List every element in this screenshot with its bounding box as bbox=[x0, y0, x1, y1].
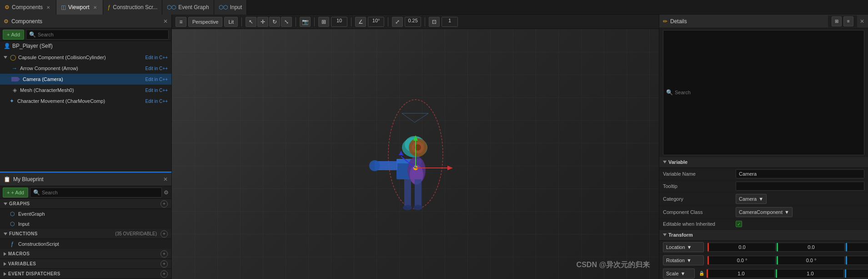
variable-section-header[interactable]: Variable bbox=[659, 157, 868, 168]
add-component-button[interactable]: + Add bbox=[3, 30, 24, 40]
unknown-field[interactable]: 1 bbox=[442, 17, 458, 27]
scale-z[interactable] bbox=[845, 269, 868, 278]
movement-edit-link[interactable]: Edit in C++ bbox=[146, 99, 168, 104]
components-search-box[interactable]: 🔍 bbox=[26, 30, 169, 40]
viewport-menu-button[interactable]: ≡ bbox=[176, 17, 186, 27]
my-blueprint-close[interactable]: ✕ bbox=[163, 176, 168, 183]
component-class-value: CameraComponent ▼ bbox=[736, 207, 864, 217]
lit-button[interactable]: Lit bbox=[224, 17, 238, 27]
location-dropdown[interactable]: Location ▼ bbox=[663, 242, 704, 252]
my-bp-settings-icon[interactable]: ⚙ bbox=[164, 189, 169, 196]
graphs-label: GRAPHS bbox=[9, 201, 159, 206]
functions-section-header[interactable]: FUNCTIONS (35 OVERRIDABLE) + bbox=[0, 229, 171, 239]
editable-row: Editable when Inherited ✓ bbox=[659, 219, 868, 230]
tab-components-close[interactable]: ✕ bbox=[45, 4, 51, 10]
grid-toggle[interactable]: ⊞ bbox=[318, 17, 329, 27]
graphs-add-button[interactable]: + bbox=[161, 200, 168, 208]
details-header: ✏ Details ⊞ ≡ ✕ bbox=[659, 15, 868, 28]
macros-add-button[interactable]: + bbox=[161, 250, 168, 258]
vp-separator-5 bbox=[388, 17, 388, 26]
bp-item-event-graph[interactable]: ⬡ EventGraph bbox=[0, 209, 171, 219]
add-bp-button[interactable]: + + Add bbox=[3, 188, 28, 198]
bp-item-construction[interactable]: ƒ ConstructionScript bbox=[0, 239, 171, 249]
components-close[interactable]: ✕ bbox=[163, 18, 168, 25]
my-bp-search-input[interactable] bbox=[42, 190, 159, 195]
details-close[interactable]: ✕ bbox=[860, 18, 864, 25]
mesh-name: Mesh (CharacterMesh0) bbox=[20, 87, 144, 93]
variables-add-button[interactable]: + bbox=[161, 260, 168, 268]
viewport-area: ≡ Perspective Lit ↖ ✛ ↻ ⤡ 📷 ⊞ 10 ∠ 10° bbox=[172, 15, 659, 279]
camera-speed-icon[interactable]: 📷 bbox=[300, 17, 311, 27]
component-item-movement[interactable]: ✦ Character Movement (CharMoveComp) Edit… bbox=[0, 96, 171, 107]
scale-snap-icon[interactable]: ⤢ bbox=[392, 17, 403, 27]
variable-section-title: Variable bbox=[668, 159, 687, 165]
tab-viewport-close[interactable]: ✕ bbox=[92, 4, 98, 10]
rotation-dropdown[interactable]: Rotation ▼ bbox=[663, 255, 704, 265]
rotation-x[interactable] bbox=[707, 256, 776, 265]
arrow-icon: → bbox=[11, 65, 18, 72]
editable-value: ✓ bbox=[736, 221, 864, 227]
location-x[interactable] bbox=[707, 243, 776, 252]
location-y[interactable] bbox=[777, 243, 845, 252]
mesh-edit-link[interactable]: Edit in C++ bbox=[146, 88, 168, 93]
scale-snap-field[interactable]: 0.25 bbox=[405, 17, 421, 27]
my-bp-search-box[interactable]: 🔍 bbox=[30, 188, 162, 198]
bp-label-icon: 👤 bbox=[4, 43, 10, 49]
perspective-button[interactable]: Perspective bbox=[188, 17, 222, 27]
rotation-z[interactable] bbox=[846, 256, 868, 265]
transform-section-header[interactable]: Transform bbox=[659, 230, 868, 241]
scale-dropdown[interactable]: Scale ▼ bbox=[663, 269, 695, 279]
editable-checkbox[interactable]: ✓ bbox=[736, 221, 742, 227]
bp-item-input[interactable]: ⬡ Input bbox=[0, 219, 171, 229]
component-item-arrow[interactable]: → Arrow Component (Arrow) Edit in C++ bbox=[0, 63, 171, 74]
graphs-section-header[interactable]: GRAPHS + bbox=[0, 199, 171, 209]
camera-edit-link[interactable]: Edit in C++ bbox=[146, 77, 168, 82]
capsule-expand-icon bbox=[4, 56, 7, 59]
rotation-snap-field[interactable]: 10° bbox=[368, 17, 384, 27]
functions-add-button[interactable]: + bbox=[161, 230, 168, 238]
construction-script-icon: ƒ bbox=[9, 241, 15, 247]
transform-tools: ↖ ✛ ↻ ⤡ bbox=[246, 17, 292, 27]
location-z[interactable] bbox=[846, 243, 868, 252]
grid-size-field[interactable]: 10 bbox=[331, 17, 347, 27]
translate-tool[interactable]: ✛ bbox=[257, 17, 268, 27]
components-title: Components bbox=[11, 18, 161, 25]
select-tool[interactable]: ↖ bbox=[246, 17, 256, 27]
capsule-edit-link[interactable]: Edit in C++ bbox=[146, 55, 168, 60]
tab-input[interactable]: ⬡⬡ Input bbox=[214, 0, 247, 15]
details-settings-btn[interactable]: ≡ bbox=[843, 16, 853, 26]
component-item-camera[interactable]: Camera (Camera) Edit in C++ bbox=[0, 74, 171, 85]
details-search-box[interactable]: 🔍 bbox=[663, 30, 864, 155]
rotation-y[interactable] bbox=[777, 256, 845, 265]
add-bp-icon: + bbox=[7, 190, 10, 195]
category-dropdown[interactable]: Camera ▼ bbox=[736, 194, 767, 204]
tab-construction[interactable]: ƒ Construction Scr... bbox=[103, 0, 163, 15]
details-search-input[interactable] bbox=[675, 90, 861, 95]
component-class-dropdown[interactable]: CameraComponent ▼ bbox=[736, 207, 793, 217]
scale-y[interactable] bbox=[776, 269, 844, 278]
tab-components[interactable]: ⚙ Components ✕ bbox=[0, 0, 56, 15]
event-dispatchers-expand-icon bbox=[4, 272, 6, 276]
components-search-input[interactable] bbox=[38, 32, 166, 37]
rotate-tool[interactable]: ↻ bbox=[269, 17, 280, 27]
event-dispatchers-section-header[interactable]: EVENT DISPATCHERS + bbox=[0, 269, 171, 279]
arrow-edit-link[interactable]: Edit in C++ bbox=[146, 66, 168, 71]
tooltip-input[interactable] bbox=[736, 182, 864, 191]
macros-section-header[interactable]: MACROS + bbox=[0, 249, 171, 259]
scale-lock-icon[interactable]: 🔒 bbox=[698, 270, 705, 277]
tab-viewport[interactable]: ◫ Viewport ✕ bbox=[56, 0, 103, 15]
details-grid-btn[interactable]: ⊞ bbox=[832, 16, 842, 26]
component-item-mesh[interactable]: ◈ Mesh (CharacterMesh0) Edit in C++ bbox=[0, 85, 171, 96]
component-item-capsule[interactable]: ◯ Capsule Component (CollisionCylinder) … bbox=[0, 52, 171, 63]
event-dispatchers-add-button[interactable]: + bbox=[161, 270, 168, 278]
category-dropdown-arrow: ▼ bbox=[758, 196, 763, 202]
viewport-canvas[interactable]: CSDN @异次元的归来 bbox=[172, 29, 659, 279]
variables-section-header[interactable]: VARIABLES + bbox=[0, 259, 171, 269]
scale-x[interactable] bbox=[707, 269, 775, 278]
scale-tool[interactable]: ⤡ bbox=[281, 17, 292, 27]
variable-name-input[interactable] bbox=[736, 169, 864, 178]
details-search-icon: 🔍 bbox=[666, 89, 673, 96]
rotation-snap-icon[interactable]: ∠ bbox=[355, 17, 366, 27]
maximize-viewport[interactable]: ⊡ bbox=[429, 17, 440, 27]
tab-event-graph[interactable]: ⬡⬡ Event Graph bbox=[162, 0, 214, 15]
